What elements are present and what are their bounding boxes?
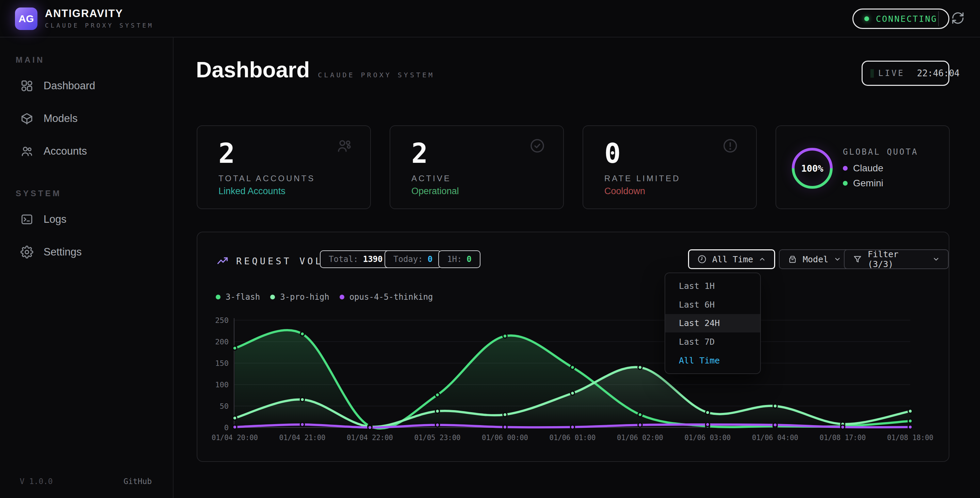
sidebar-section-main: MAIN: [16, 55, 45, 65]
dropdown-item-all-time[interactable]: All Time: [665, 351, 760, 370]
users-icon: [21, 145, 33, 158]
legend-label: 3-pro-high: [280, 292, 329, 302]
stat-value: 2: [411, 137, 428, 169]
page-title: Dashboard: [196, 57, 310, 83]
stat-card-global-quota: 100% GLOBAL QUOTA Claude Gemini: [775, 125, 950, 209]
live-clock: 22:46:04: [917, 68, 959, 78]
app-logo: AG: [15, 8, 37, 30]
chevron-down-icon: [834, 255, 841, 263]
svg-text:01/08 17:00: 01/08 17:00: [820, 434, 866, 442]
app-header: AG ANTIGRAVITY CLAUDE PROXY SYSTEM CONNE…: [0, 0, 980, 37]
sidebar-item-label: Settings: [43, 246, 82, 258]
quota-item-label: Claude: [853, 163, 883, 174]
svg-text:01/06 01:00: 01/06 01:00: [550, 434, 596, 442]
legend-item: opus-4-5-thinking: [340, 292, 433, 302]
total-badge: Total: 1390: [320, 251, 392, 268]
svg-text:01/08 18:00: 01/08 18:00: [887, 434, 933, 442]
dropdown-item-last-6h[interactable]: Last 6H: [665, 295, 760, 314]
quota-title: GLOBAL QUOTA: [843, 147, 918, 157]
sidebar-item-label: Models: [43, 112, 78, 124]
filter-button-label: Filter (3/3): [868, 249, 927, 269]
svg-text:100: 100: [215, 380, 229, 389]
stat-value: 0: [605, 137, 620, 169]
filter-button[interactable]: Filter (3/3): [844, 249, 949, 269]
quota-item-gemini: Gemini: [843, 178, 883, 189]
gemini-dot-icon: [843, 181, 848, 186]
stat-label: RATE LIMITED: [605, 174, 681, 183]
stat-sublabel: Cooldown: [605, 186, 645, 196]
chevron-up-icon: [759, 255, 766, 263]
chevron-down-icon: [932, 255, 940, 263]
sidebar-item-logs[interactable]: Logs: [7, 206, 167, 232]
status-dot-icon: [864, 16, 869, 21]
live-status-badge: LIVE 22:46:04: [862, 61, 950, 86]
svg-text:50: 50: [220, 402, 229, 410]
badge-label: Total:: [329, 254, 358, 264]
svg-text:01/04 20:00: 01/04 20:00: [212, 434, 258, 442]
today-badge: Today: 0: [385, 251, 441, 268]
quota-percent: 100%: [791, 147, 833, 189]
sidebar-item-accounts[interactable]: Accounts: [7, 138, 167, 164]
cube-icon: [21, 112, 33, 125]
trending-up-icon: [216, 255, 229, 267]
gear-icon: [21, 246, 33, 259]
dropdown-item-last-1h[interactable]: Last 1H: [665, 276, 760, 295]
page-subtitle: CLAUDE PROXY SYSTEM: [318, 71, 434, 79]
request-volume-panel: 05010015020025001/04 20:0001/04 21:0001/…: [197, 231, 950, 462]
legend-label: 3-flash: [226, 292, 260, 302]
svg-text:01/06 04:00: 01/06 04:00: [752, 434, 798, 442]
sidebar-item-settings[interactable]: Settings: [7, 239, 167, 265]
check-circle-icon: [529, 137, 546, 154]
sidebar-item-label: Accounts: [43, 145, 87, 157]
legend-item: 3-pro-high: [270, 292, 329, 302]
terminal-icon: [21, 213, 33, 226]
svg-text:150: 150: [215, 359, 229, 367]
legend-dot-icon: [216, 295, 221, 299]
github-link[interactable]: GitHub: [124, 477, 152, 486]
sidebar-item-label: Dashboard: [43, 80, 95, 92]
svg-text:200: 200: [215, 338, 229, 346]
svg-text:01/06 03:00: 01/06 03:00: [685, 434, 731, 442]
stat-card-total-accounts: 2 TOTAL ACCOUNTS Linked Accounts: [197, 125, 371, 209]
one-hour-badge: 1H: 0: [438, 251, 480, 268]
svg-text:01/06 02:00: 01/06 02:00: [617, 434, 663, 442]
dropdown-item-last-7d[interactable]: Last 7D: [665, 332, 760, 351]
sidebar-item-label: Logs: [43, 213, 66, 225]
stat-sublabel: Linked Accounts: [218, 186, 285, 196]
app-version: V 1.0.0: [20, 477, 53, 486]
header-divider: [938, 11, 939, 26]
sidebar-item-dashboard[interactable]: Dashboard: [7, 73, 167, 99]
users-icon: [336, 137, 353, 154]
live-label: LIVE: [878, 69, 905, 78]
quota-item-claude: Claude: [843, 163, 883, 174]
svg-text:0: 0: [224, 423, 229, 432]
sidebar-item-models[interactable]: Models: [7, 105, 167, 131]
app-subtitle: CLAUDE PROXY SYSTEM: [45, 22, 154, 29]
chart-legend: 3-flash3-pro-highopus-4-5-thinking: [216, 292, 433, 302]
svg-text:01/04 22:00: 01/04 22:00: [347, 434, 393, 442]
refresh-button[interactable]: [950, 11, 966, 27]
badge-value: 0: [466, 254, 471, 264]
model-button[interactable]: Model: [779, 249, 850, 269]
badge-label: Today:: [393, 254, 423, 264]
legend-dot-icon: [340, 295, 344, 299]
legend-item: 3-flash: [216, 292, 260, 302]
legend-dot-icon: [270, 295, 275, 299]
svg-text:250: 250: [215, 316, 229, 325]
stat-card-rate-limited: 0 RATE LIMITED Cooldown: [582, 125, 757, 209]
refresh-icon: [951, 11, 965, 26]
funnel-icon: [853, 254, 862, 264]
stat-sublabel: Operational: [411, 186, 459, 196]
dropdown-item-last-24h[interactable]: Last 24H: [665, 314, 760, 333]
alert-circle-icon: [722, 137, 738, 154]
connection-status-label: CONNECTING: [876, 14, 937, 24]
stat-card-active: 2 ACTIVE Operational: [390, 125, 564, 209]
model-button-label: Model: [803, 254, 828, 264]
badge-label: 1H:: [447, 254, 462, 264]
stat-label: TOTAL ACCOUNTS: [218, 174, 315, 183]
connection-status-badge: CONNECTING: [853, 8, 950, 29]
app-title: ANTIGRAVITY: [45, 8, 123, 20]
time-range-button[interactable]: All Time: [688, 249, 775, 269]
stat-label: ACTIVE: [411, 174, 451, 183]
legend-label: opus-4-5-thinking: [350, 292, 433, 302]
